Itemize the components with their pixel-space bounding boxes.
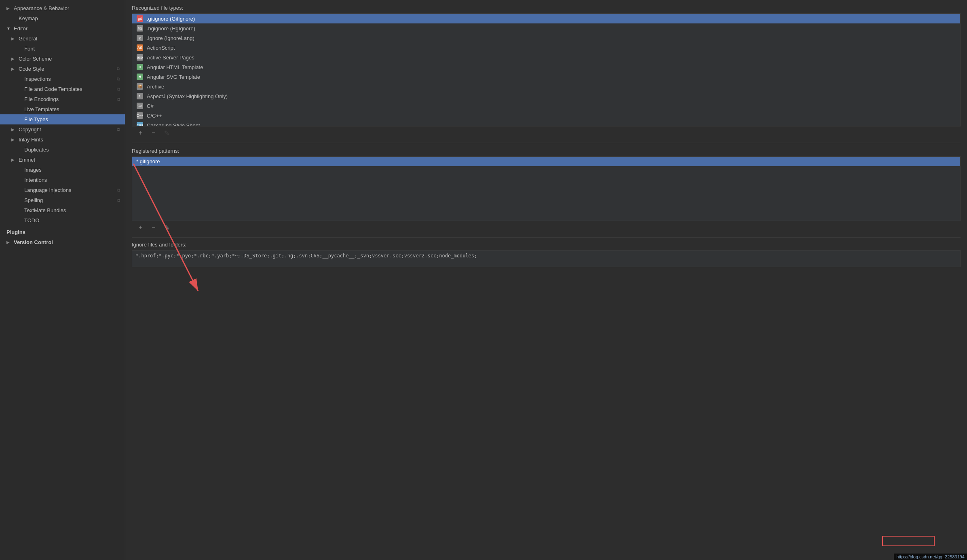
sidebar-item-label: Duplicates [24, 147, 120, 153]
list-item[interactable]: asp Active Server Pages [132, 53, 960, 62]
sidebar-item-language-injections[interactable]: Language Injections ⧉ [0, 185, 125, 195]
csharp-icon: C# [137, 103, 143, 109]
file-type-icon: H [136, 74, 144, 80]
file-type-name: Cascading Style Sheet [147, 122, 200, 127]
copy-icon: ⧉ [117, 127, 120, 132]
list-item[interactable]: C++ C/C++ [132, 111, 960, 120]
sidebar-item-copyright[interactable]: ▶ Copyright ⧉ [0, 124, 125, 135]
sidebar-item-label: TextMate Bundles [24, 207, 120, 213]
copy-icon: ⧉ [117, 66, 120, 72]
list-item[interactable]: CSS Cascading Style Sheet [132, 120, 960, 126]
sidebar-item-file-code-templates[interactable]: File and Code Templates ⧉ [0, 84, 125, 94]
patterns-list[interactable]: *.gitignore [132, 156, 961, 221]
sidebar-item-appearance[interactable]: ▶ Appearance & Behavior [0, 3, 125, 13]
aspectj-icon: aj [137, 93, 143, 99]
remove-file-type-button[interactable]: − [149, 128, 158, 138]
file-type-icon: ig [136, 35, 144, 41]
file-type-icon: git [136, 15, 144, 22]
list-item[interactable]: H Angular SVG Template [132, 72, 960, 82]
list-item[interactable]: 📦 Archive [132, 82, 960, 91]
file-type-name: C# [147, 103, 154, 109]
arrow-icon: ▶ [6, 240, 11, 244]
file-type-name: .ignore (IgnoreLang) [147, 35, 194, 41]
copy-icon: ⧉ [117, 97, 120, 102]
arrow-icon: ▼ [6, 26, 11, 31]
arrow-icon: ▶ [11, 127, 16, 132]
patterns-toolbar: + − ✎ [132, 221, 961, 234]
sidebar-item-inspections[interactable]: Inspections ⧉ [0, 74, 125, 84]
sidebar-item-intentions[interactable]: Intentions [0, 175, 125, 185]
sidebar-item-keymap[interactable]: ▶ Keymap [0, 13, 125, 23]
ignore-label: Ignore files and folders: [132, 242, 961, 248]
angular-svg-icon: H [137, 74, 143, 80]
registered-patterns-section: Registered patterns: *.gitignore + − ✎ [125, 143, 967, 237]
add-file-type-button[interactable]: + [136, 128, 146, 138]
sidebar-item-plugins[interactable]: Plugins [0, 227, 125, 237]
recognized-label: Recognized file types: [132, 5, 961, 11]
sidebar-item-inlay-hints[interactable]: ▶ Inlay Hints [0, 135, 125, 145]
list-item[interactable]: aj AspectJ (Syntax Highlighting Only) [132, 91, 960, 101]
sidebar-item-spelling[interactable]: Spelling ⧉ [0, 195, 125, 205]
sidebar-item-label: Language Injections [24, 187, 114, 193]
sidebar-item-label: Intentions [24, 177, 120, 183]
settings-sidebar: ▶ Appearance & Behavior ▶ Keymap ▼ Edito… [0, 0, 125, 560]
sidebar-item-code-style[interactable]: ▶ Code Style ⧉ [0, 64, 125, 74]
edit-pattern-button[interactable]: ✎ [162, 223, 171, 232]
sidebar-item-emmet[interactable]: ▶ Emmet [0, 155, 125, 165]
sidebar-item-duplicates[interactable]: Duplicates [0, 145, 125, 155]
sidebar-item-file-encodings[interactable]: File Encodings ⧉ [0, 94, 125, 104]
arrow-icon: ▶ [6, 6, 11, 11]
file-type-icon: C# [136, 103, 144, 109]
list-item[interactable]: AS ActionScript [132, 43, 960, 53]
sidebar-item-font[interactable]: Font [0, 44, 125, 54]
file-type-icon: aj [136, 93, 144, 99]
list-item[interactable]: ig .ignore (IgnoreLang) [132, 33, 960, 43]
file-types-list[interactable]: git .gitignore (GitIgnore) hg .hgignore … [132, 13, 961, 126]
list-item[interactable]: hg .hgignore (HgIgnore) [132, 23, 960, 33]
sidebar-item-version-control[interactable]: ▶ Version Control [0, 237, 125, 247]
copy-icon: ⧉ [117, 198, 120, 203]
list-item[interactable]: C# C# [132, 101, 960, 111]
file-type-name: Archive [147, 84, 164, 90]
asp-icon: asp [137, 54, 143, 61]
file-type-icon: C++ [136, 112, 144, 119]
sidebar-item-file-types[interactable]: File Types [0, 114, 125, 124]
sidebar-item-label: Plugins [6, 229, 120, 235]
sidebar-item-textmate[interactable]: TextMate Bundles [0, 205, 125, 215]
file-type-icon: 📦 [136, 83, 144, 90]
file-type-name: C/C++ [147, 113, 162, 119]
edit-file-type-button[interactable]: ✎ [162, 128, 171, 138]
pattern-item[interactable]: *.gitignore [132, 157, 960, 166]
node-modules-highlight [882, 536, 935, 546]
sidebar-item-todo[interactable]: TODO [0, 215, 125, 225]
arrow-icon: ▶ [11, 57, 16, 61]
add-pattern-button[interactable]: + [136, 223, 146, 232]
sidebar-item-general[interactable]: ▶ General [0, 34, 125, 44]
archive-icon: 📦 [137, 83, 143, 90]
sidebar-item-live-templates[interactable]: Live Templates [0, 104, 125, 114]
sidebar-item-editor[interactable]: ▼ Editor [0, 23, 125, 34]
list-item[interactable]: H Angular HTML Template [132, 62, 960, 72]
main-content: Recognized file types: git .gitignore (G… [125, 0, 967, 560]
sidebar-item-label: Emmet [19, 157, 120, 163]
css-icon: CSS [137, 122, 143, 126]
pattern-value: *.gitignore [136, 158, 160, 164]
actionscript-icon: AS [137, 44, 143, 51]
hgignore-icon: hg [137, 25, 143, 32]
sidebar-item-label: Keymap [19, 15, 120, 21]
sidebar-item-color-scheme[interactable]: ▶ Color Scheme [0, 54, 125, 64]
sidebar-item-label: File Encodings [24, 96, 114, 102]
sidebar-item-label: Spelling [24, 197, 114, 203]
remove-pattern-button[interactable]: − [149, 223, 158, 232]
sidebar-item-label: Editor [14, 25, 120, 32]
ignore-section: Ignore files and folders: [125, 238, 967, 272]
sidebar-item-label: Copyright [19, 126, 114, 133]
sidebar-item-images[interactable]: Images [0, 165, 125, 175]
list-item[interactable]: git .gitignore (GitIgnore) [132, 14, 960, 23]
sidebar-item-label: Font [24, 46, 120, 52]
ignore-input[interactable] [132, 250, 961, 267]
sidebar-item-label: Live Templates [24, 106, 120, 112]
copy-icon: ⧉ [117, 187, 120, 193]
arrow-icon: ▶ [11, 67, 16, 71]
cpp-icon: C++ [137, 112, 143, 119]
